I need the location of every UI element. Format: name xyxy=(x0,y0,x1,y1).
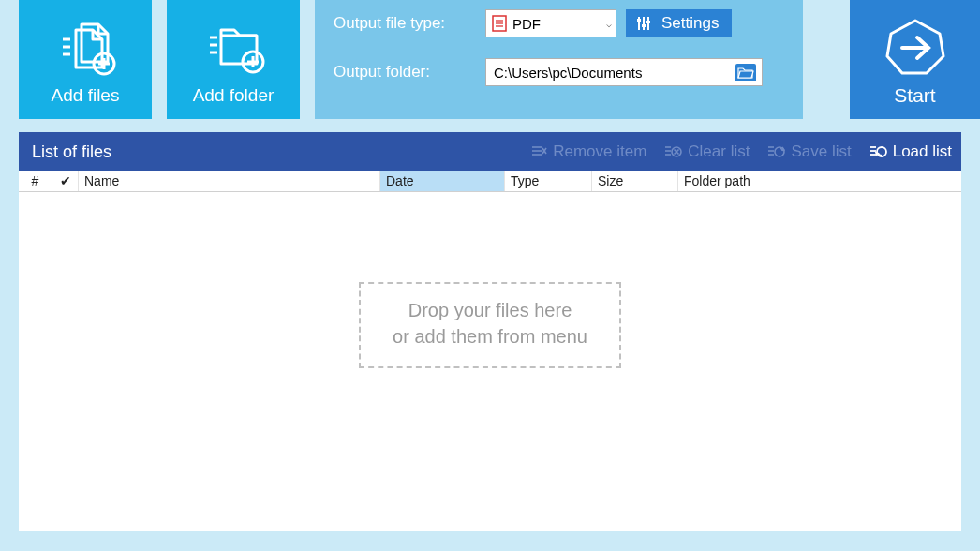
start-label: Start xyxy=(894,84,935,107)
output-folder-label: Output folder: xyxy=(334,63,485,82)
svg-rect-19 xyxy=(637,19,641,22)
add-files-icon xyxy=(50,14,121,83)
file-drop-zone[interactable]: Drop your files here or add them from me… xyxy=(19,192,961,531)
chevron-down-icon: ⌵ xyxy=(606,19,612,29)
remove-icon xyxy=(530,144,547,159)
col-name[interactable]: Name xyxy=(79,171,380,191)
add-folder-label: Add folder xyxy=(193,85,275,106)
add-files-label: Add files xyxy=(52,85,120,106)
load-list-button[interactable]: Load list xyxy=(869,142,952,161)
output-folder-input[interactable]: C:\Users\pc\Documents xyxy=(485,58,763,86)
col-check[interactable]: ✔ xyxy=(52,171,79,191)
output-file-type-select[interactable]: PDF ⌵ xyxy=(485,9,616,37)
file-list-panel: List of files Remove item xyxy=(19,132,961,531)
save-list-button[interactable]: Save list xyxy=(766,142,851,161)
add-folder-icon xyxy=(197,14,270,83)
output-file-type-label: Output file type: xyxy=(334,14,485,33)
start-button[interactable]: Start xyxy=(850,0,980,119)
clear-list-button[interactable]: Clear list xyxy=(663,142,750,161)
svg-rect-21 xyxy=(646,21,650,23)
folder-open-icon xyxy=(737,66,754,79)
save-icon xyxy=(766,144,785,159)
browse-folder-button[interactable] xyxy=(735,64,756,81)
file-type-value: PDF xyxy=(512,16,541,32)
output-panel: Output file type: PDF ⌵ xyxy=(315,0,803,119)
remove-item-button[interactable]: Remove item xyxy=(530,142,646,161)
start-icon xyxy=(882,13,949,82)
settings-label: Settings xyxy=(661,14,719,33)
settings-button[interactable]: Settings xyxy=(626,9,732,37)
col-path[interactable]: Folder path xyxy=(678,171,961,191)
sliders-icon xyxy=(635,15,652,32)
svg-rect-20 xyxy=(642,24,646,27)
file-list-header: List of files Remove item xyxy=(19,132,961,171)
drop-hint: Drop your files here or add them from me… xyxy=(359,282,621,368)
col-date[interactable]: Date xyxy=(380,171,505,191)
col-type[interactable]: Type xyxy=(505,171,592,191)
add-folder-button[interactable]: Add folder xyxy=(167,0,300,119)
column-headers: # ✔ Name Date Type Size Folder path xyxy=(19,171,961,192)
pdf-icon xyxy=(492,15,507,32)
file-list-title: List of files xyxy=(32,142,111,162)
load-icon xyxy=(869,144,887,159)
col-number[interactable]: # xyxy=(19,171,52,191)
col-size[interactable]: Size xyxy=(592,171,678,191)
output-folder-value: C:\Users\pc\Documents xyxy=(494,65,735,81)
add-files-button[interactable]: Add files xyxy=(19,0,152,119)
clear-icon xyxy=(663,144,682,159)
